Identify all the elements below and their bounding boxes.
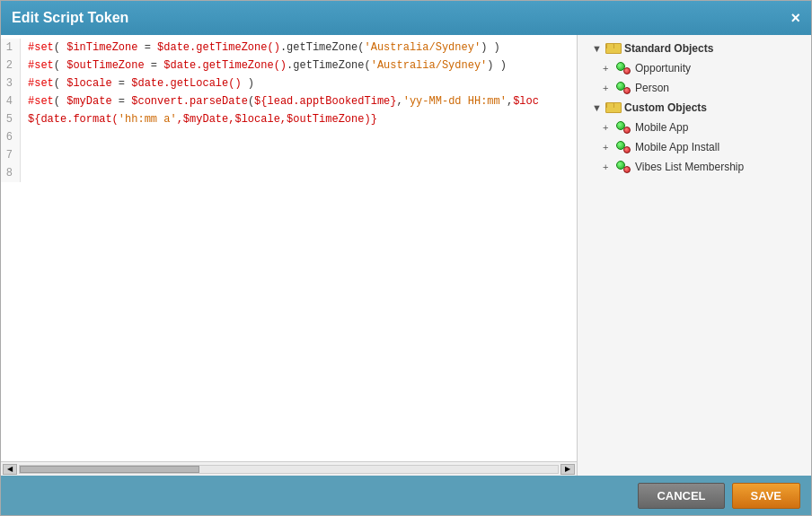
- code-line: 7: [1, 146, 577, 164]
- tree-section-standard-objects[interactable]: ▼Standard Objects: [578, 39, 811, 58]
- line-number: 1: [1, 39, 21, 57]
- save-button[interactable]: SAVE: [732, 483, 800, 509]
- line-number: 7: [1, 146, 21, 164]
- line-number: 5: [1, 110, 21, 128]
- line-number: 8: [1, 164, 21, 182]
- scroll-left-button[interactable]: ◀: [3, 464, 17, 475]
- code-line: 5${date.format('hh:mm a',$myDate,$locale…: [1, 110, 577, 128]
- tree-section-label: Custom Objects: [624, 101, 707, 114]
- expand-icon: +: [603, 162, 615, 172]
- dialog-title: Edit Script Token: [12, 10, 128, 26]
- expand-icon: +: [603, 142, 615, 153]
- tree-item-label: Opportunity: [635, 62, 691, 74]
- tree-section-label: Standard Objects: [624, 42, 713, 55]
- line-number: 3: [1, 74, 21, 92]
- code-line: 2#set( $outTimeZone = $date.getTimeZone(…: [1, 57, 577, 74]
- line-content: ${date.format('hh:mm a',$myDate,$locale,…: [21, 110, 377, 128]
- tree-item-label: Mobile App: [635, 121, 688, 134]
- dialog-body: 1#set( $inTimeZone = $date.getTimeZone()…: [1, 35, 811, 476]
- horizontal-scrollbar[interactable]: ◀ ▶: [1, 461, 577, 476]
- object-icon: [615, 61, 631, 75]
- line-content: #set( $outTimeZone = $date.getTimeZone()…: [21, 57, 507, 74]
- object-icon: [615, 140, 631, 154]
- expand-icon: +: [603, 122, 615, 133]
- tree-item-mobile-app-install[interactable]: +Mobile App Install: [578, 137, 811, 157]
- line-content: #set( $locale = $date.getLocale() ): [21, 74, 254, 92]
- close-button[interactable]: ×: [790, 10, 800, 26]
- object-icon: [615, 81, 631, 95]
- code-area: 1#set( $inTimeZone = $date.getTimeZone()…: [1, 35, 578, 476]
- folder-icon: [605, 101, 621, 115]
- code-editor[interactable]: 1#set( $inTimeZone = $date.getTimeZone()…: [1, 35, 577, 461]
- expand-icon: +: [603, 63, 615, 74]
- line-content: [21, 164, 34, 182]
- edit-script-token-dialog: Edit Script Token × 1#set( $inTimeZone =…: [0, 0, 812, 516]
- code-line: 1#set( $inTimeZone = $date.getTimeZone()…: [1, 39, 577, 57]
- dialog-footer: CANCEL SAVE: [1, 476, 811, 515]
- dialog-header: Edit Script Token ×: [1, 1, 811, 35]
- tree-item-person[interactable]: +Person: [578, 78, 811, 98]
- code-line: 4#set( $myDate = $convert.parseDate(${le…: [1, 92, 577, 110]
- line-number: 6: [1, 128, 21, 146]
- tree-item-label: Person: [635, 82, 669, 94]
- cancel-button[interactable]: CANCEL: [638, 483, 724, 509]
- line-number: 4: [1, 92, 21, 110]
- scrollbar-thumb[interactable]: [20, 466, 199, 473]
- expand-icon: ▼: [592, 43, 605, 54]
- folder-icon: [605, 41, 621, 56]
- line-content: [21, 128, 34, 146]
- tree-item-opportunity[interactable]: +Opportunity: [578, 58, 811, 78]
- tree-item-label: Mobile App Install: [635, 141, 719, 153]
- code-line: 8: [1, 164, 577, 182]
- line-content: #set( $inTimeZone = $date.getTimeZone().…: [21, 39, 500, 57]
- tree-item-label: Vibes List Membership: [635, 161, 744, 173]
- object-icon: [615, 120, 631, 135]
- scroll-right-button[interactable]: ▶: [560, 464, 575, 475]
- expand-icon: ▼: [592, 102, 605, 113]
- tree-item-vibes-list-membership[interactable]: +Vibes List Membership: [578, 157, 811, 177]
- expand-icon: +: [603, 83, 615, 93]
- line-content: #set( $myDate = $convert.parseDate(${lea…: [21, 92, 539, 110]
- scrollbar-track[interactable]: [19, 465, 559, 474]
- object-tree-panel: ▼Standard Objects+Opportunity+Person▼Cus…: [578, 35, 811, 476]
- tree-section-custom-objects[interactable]: ▼Custom Objects: [578, 98, 811, 118]
- line-number: 2: [1, 57, 21, 74]
- code-line: 3#set( $locale = $date.getLocale() ): [1, 74, 577, 92]
- tree-item-mobile-app[interactable]: +Mobile App: [578, 118, 811, 137]
- code-line: 6: [1, 128, 577, 146]
- line-content: [21, 146, 34, 164]
- object-icon: [615, 160, 631, 174]
